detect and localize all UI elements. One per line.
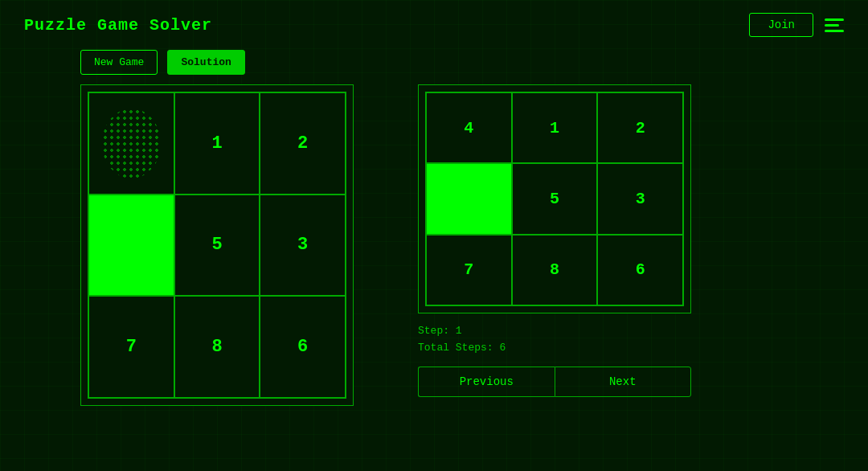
hamburger-icon[interactable]: [825, 18, 844, 32]
main-content: 1 2 5 3 7 8: [0, 84, 868, 406]
cell-value: 7: [126, 337, 137, 357]
cell-value: 8: [550, 260, 559, 279]
cell-value: 6: [297, 337, 308, 357]
cell-value: 4: [464, 119, 473, 137]
cell-value: 2: [636, 119, 645, 137]
cell-value: 1: [211, 133, 222, 154]
table-row[interactable]: 7: [88, 296, 174, 398]
table-row[interactable]: 6: [260, 296, 346, 398]
page-wrapper: Puzzle Game Solver Join New Game Solutio…: [0, 0, 868, 471]
right-panel: 4 1 2 5 3: [418, 84, 691, 397]
dot-pattern-decoration: [102, 109, 161, 178]
cell-value: 3: [636, 190, 645, 208]
left-puzzle-grid: 1 2 5 3 7 8: [88, 92, 346, 399]
list-item[interactable]: 5: [512, 163, 598, 234]
list-item[interactable]: 4: [426, 92, 512, 163]
next-button[interactable]: Next: [555, 367, 692, 397]
join-button[interactable]: Join: [749, 13, 813, 37]
cell-value: 3: [297, 235, 308, 255]
hamburger-line-2: [825, 24, 839, 27]
new-game-button[interactable]: New Game: [80, 50, 158, 75]
cell-value: 6: [636, 260, 645, 279]
cell-value: 8: [211, 337, 222, 357]
app-title: Puzzle Game Solver: [24, 16, 212, 35]
cell-value: 2: [297, 133, 308, 154]
list-item[interactable]: 6: [597, 235, 683, 305]
list-item[interactable]: 7: [426, 235, 512, 305]
table-row[interactable]: 2: [260, 92, 346, 195]
solution-button[interactable]: Solution: [167, 50, 244, 75]
total-steps-label: Total Steps: 6: [418, 340, 691, 357]
list-item[interactable]: [426, 163, 512, 234]
nav-buttons: Previous Next: [418, 367, 691, 397]
table-row[interactable]: 1: [174, 92, 260, 195]
cell-value: 1: [550, 119, 559, 137]
step-label: Step: 1: [418, 323, 691, 340]
list-item[interactable]: 3: [597, 163, 683, 234]
solution-container: 4 1 2 5 3: [418, 84, 691, 313]
list-item[interactable]: 1: [512, 92, 598, 163]
table-row[interactable]: [88, 195, 174, 297]
left-puzzle-container: 1 2 5 3 7 8: [80, 84, 354, 406]
list-item[interactable]: 8: [512, 235, 598, 305]
cell-value: 5: [211, 235, 222, 255]
step-info: Step: 1 Total Steps: 6: [418, 323, 691, 357]
table-row[interactable]: 3: [260, 195, 346, 297]
header-right: Join: [749, 13, 844, 37]
hamburger-line-3: [825, 30, 844, 32]
previous-button[interactable]: Previous: [418, 367, 555, 397]
solution-grid: 4 1 2 5 3: [425, 92, 684, 306]
cell-value: 7: [464, 260, 473, 279]
hamburger-line-1: [825, 18, 844, 21]
header: Puzzle Game Solver Join: [0, 0, 868, 50]
list-item[interactable]: 2: [597, 92, 683, 163]
toolbar: New Game Solution: [0, 50, 868, 84]
cell-value: 5: [550, 190, 559, 208]
table-row[interactable]: 5: [174, 195, 260, 297]
table-row[interactable]: 8: [174, 296, 260, 398]
table-row[interactable]: [88, 92, 174, 195]
